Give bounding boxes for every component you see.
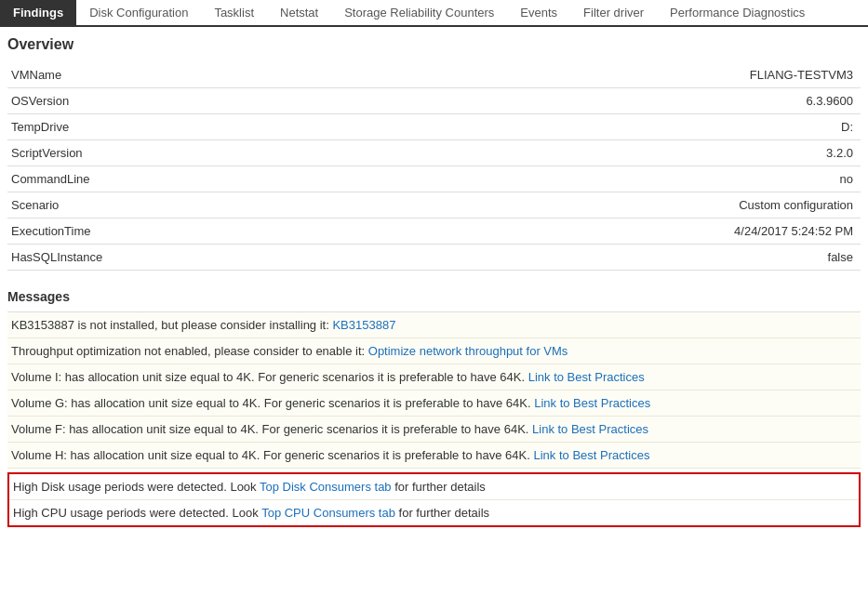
message-link[interactable]: Link to Best Practices bbox=[534, 396, 650, 410]
tab-filter-driver[interactable]: Filter driver bbox=[570, 0, 657, 25]
tab-disk-configuration[interactable]: Disk Configuration bbox=[76, 0, 201, 25]
tab-tasklist[interactable]: Tasklist bbox=[201, 0, 267, 25]
message-row: Throughput optimization not enabled, ple… bbox=[7, 338, 861, 364]
message-text: High Disk usage periods were detected. L… bbox=[13, 480, 260, 494]
message-link[interactable]: KB3153887 bbox=[332, 318, 395, 332]
overview-table: VMName FLIANG-TESTVM3 OSVersion 6.3.9600… bbox=[7, 62, 861, 271]
message-text: High CPU usage periods were detected. Lo… bbox=[13, 506, 261, 520]
messages-container: KB3153887 is not installed, but please c… bbox=[7, 311, 861, 527]
message-text-after: for further details bbox=[395, 506, 489, 520]
message-text: Volume G: has allocation unit size equal… bbox=[11, 396, 534, 410]
overview-label: ExecutionTime bbox=[7, 218, 194, 245]
overview-row: ExecutionTime 4/24/2017 5:24:52 PM bbox=[7, 218, 861, 245]
overview-row: ScriptVersion 3.2.0 bbox=[7, 140, 861, 166]
message-link[interactable]: Optimize network throughput for VMs bbox=[368, 344, 568, 358]
message-link[interactable]: Top CPU Consumers tab bbox=[261, 506, 395, 520]
overview-value: FLIANG-TESTVM3 bbox=[194, 62, 861, 88]
message-row: KB3153887 is not installed, but please c… bbox=[7, 312, 861, 338]
message-link[interactable]: Link to Best Practices bbox=[532, 422, 648, 436]
tab-findings[interactable]: Findings bbox=[0, 0, 76, 25]
tab-bar: FindingsDisk ConfigurationTasklistNetsta… bbox=[0, 0, 868, 27]
overview-row: TempDrive D: bbox=[7, 114, 861, 140]
highlighted-message-row: High Disk usage periods were detected. L… bbox=[9, 474, 859, 500]
message-text: Volume I: has allocation unit size equal… bbox=[11, 370, 528, 384]
main-content: Overview VMName FLIANG-TESTVM3 OSVersion… bbox=[0, 27, 868, 536]
message-text: Volume F: has allocation unit size equal… bbox=[11, 422, 532, 436]
message-link[interactable]: Top Disk Consumers tab bbox=[260, 480, 392, 494]
app-container: FindingsDisk ConfigurationTasklistNetsta… bbox=[0, 0, 868, 536]
tab-netstat[interactable]: Netstat bbox=[267, 0, 331, 25]
message-link[interactable]: Link to Best Practices bbox=[528, 370, 645, 384]
overview-label: HasSQLInstance bbox=[7, 245, 194, 271]
overview-label: ScriptVersion bbox=[7, 140, 194, 166]
message-row: Volume H: has allocation unit size equal… bbox=[7, 443, 861, 469]
message-link[interactable]: Link to Best Practices bbox=[533, 448, 649, 462]
message-row: Volume I: has allocation unit size equal… bbox=[7, 364, 861, 391]
overview-row: OSVersion 6.3.9600 bbox=[7, 88, 861, 114]
tab-events[interactable]: Events bbox=[507, 0, 570, 25]
overview-title: Overview bbox=[7, 36, 861, 53]
overview-label: OSVersion bbox=[7, 88, 194, 114]
overview-value: Custom configuration bbox=[194, 192, 861, 218]
overview-row: Scenario Custom configuration bbox=[7, 192, 861, 218]
overview-value: D: bbox=[194, 114, 861, 140]
overview-label: VMName bbox=[7, 62, 194, 88]
message-text-after: for further details bbox=[392, 480, 486, 494]
highlighted-message-row: High CPU usage periods were detected. Lo… bbox=[9, 500, 859, 525]
message-row: Volume G: has allocation unit size equal… bbox=[7, 391, 861, 417]
highlighted-messages-group: High Disk usage periods were detected. L… bbox=[7, 472, 861, 527]
overview-row: VMName FLIANG-TESTVM3 bbox=[7, 62, 861, 88]
overview-label: CommandLine bbox=[7, 166, 194, 192]
overview-value: no bbox=[194, 166, 861, 192]
overview-value: 3.2.0 bbox=[194, 140, 861, 166]
messages-title: Messages bbox=[7, 289, 861, 304]
overview-row: CommandLine no bbox=[7, 166, 861, 192]
overview-row: HasSQLInstance false bbox=[7, 245, 861, 271]
overview-value: false bbox=[194, 245, 861, 271]
overview-value: 6.3.9600 bbox=[194, 88, 861, 114]
message-row: Volume F: has allocation unit size equal… bbox=[7, 417, 861, 443]
message-text: KB3153887 is not installed, but please c… bbox=[11, 318, 332, 332]
message-text: Volume H: has allocation unit size equal… bbox=[11, 448, 533, 462]
tab-performance-diagnostics[interactable]: Performance Diagnostics bbox=[657, 0, 818, 25]
message-text: Throughput optimization not enabled, ple… bbox=[11, 344, 368, 358]
tab-storage-reliability[interactable]: Storage Reliability Counters bbox=[331, 0, 507, 25]
overview-label: Scenario bbox=[7, 192, 194, 218]
overview-value: 4/24/2017 5:24:52 PM bbox=[194, 218, 861, 245]
overview-label: TempDrive bbox=[7, 114, 194, 140]
